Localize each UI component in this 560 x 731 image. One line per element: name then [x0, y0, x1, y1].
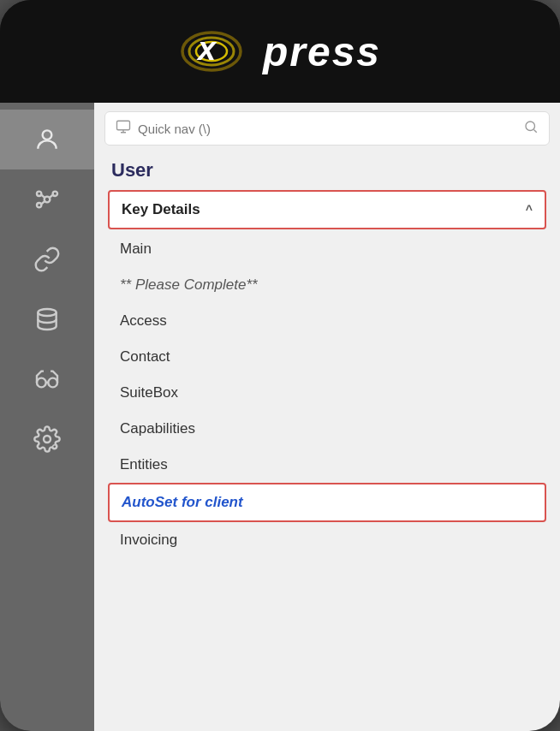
svg-text:x: x — [196, 31, 217, 67]
database-icon — [33, 306, 61, 333]
svg-point-7 — [53, 192, 57, 196]
nav-item-please-complete[interactable]: ** Please Complete** — [108, 267, 546, 303]
svg-line-10 — [49, 195, 53, 199]
settings-sub-icon — [49, 441, 61, 453]
link-icon — [33, 246, 61, 273]
sidebar-item-database[interactable] — [0, 289, 94, 349]
nav-list: Key Details ^ Main ** Please Complete** … — [94, 190, 560, 558]
svg-rect-17 — [117, 121, 130, 130]
svg-point-16 — [53, 445, 57, 449]
nav-item-invoicing[interactable]: Invoicing — [108, 522, 546, 558]
logo-icon: x — [179, 13, 256, 90]
svg-point-20 — [526, 122, 535, 131]
sidebar-item-settings[interactable] — [0, 409, 94, 469]
svg-point-14 — [48, 378, 57, 388]
chevron-up-icon: ^ — [526, 203, 533, 217]
svg-line-21 — [533, 129, 536, 132]
main-area: User Key Details ^ Main ** Please Comple… — [0, 103, 560, 731]
binoculars-icon — [33, 366, 61, 393]
nav-item-capabilities[interactable]: Capabilities — [108, 411, 546, 447]
sidebar-item-person[interactable] — [0, 110, 94, 169]
nav-item-autoset[interactable]: AutoSet for client — [108, 483, 546, 522]
nav-item-entities[interactable]: Entities — [108, 447, 546, 483]
key-details-item[interactable]: Key Details ^ — [108, 190, 546, 229]
search-icon — [523, 119, 539, 138]
network-icon — [33, 186, 61, 213]
sidebar-item-link[interactable] — [0, 229, 94, 289]
svg-point-8 — [37, 203, 41, 207]
svg-point-6 — [37, 192, 41, 196]
content-panel: User Key Details ^ Main ** Please Comple… — [94, 103, 560, 731]
sidebar — [0, 103, 94, 731]
svg-point-4 — [43, 130, 52, 140]
header: x press — [0, 0, 560, 103]
logo-text: press — [263, 28, 381, 75]
monitor-icon — [116, 119, 131, 138]
nav-item-contact[interactable]: Contact — [108, 339, 546, 375]
nav-item-suitebox[interactable]: SuiteBox — [108, 375, 546, 411]
search-bar[interactable] — [104, 111, 550, 146]
svg-line-9 — [41, 195, 45, 199]
sidebar-item-binoculars[interactable] — [0, 349, 94, 409]
svg-point-12 — [38, 309, 56, 316]
device-frame: x press — [0, 0, 560, 731]
sidebar-item-network[interactable] — [0, 169, 94, 229]
nav-item-access[interactable]: Access — [108, 303, 546, 339]
person-icon — [33, 126, 61, 153]
nav-item-main[interactable]: Main — [108, 231, 546, 267]
logo-container: x press — [179, 13, 381, 90]
svg-line-11 — [41, 200, 45, 204]
key-details-label: Key Details — [122, 201, 200, 218]
search-input[interactable] — [138, 122, 516, 136]
svg-point-13 — [37, 378, 46, 388]
section-title: User — [94, 154, 560, 190]
